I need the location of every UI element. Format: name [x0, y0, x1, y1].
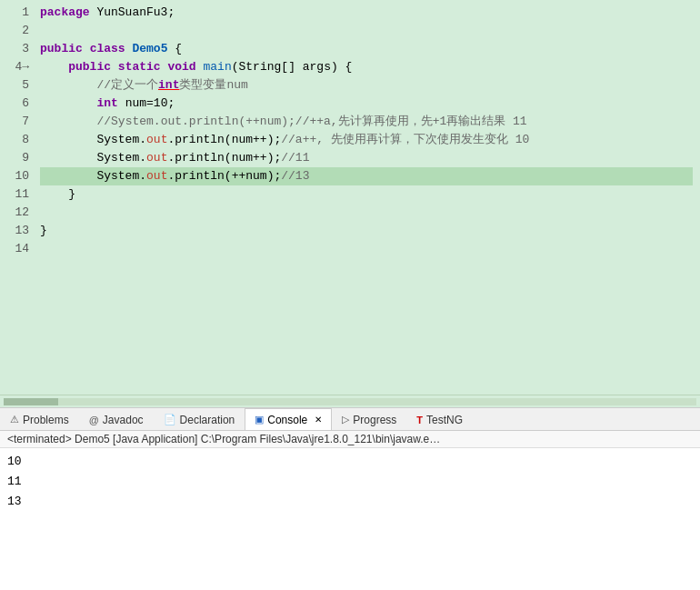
- scrollbar-track[interactable]: [4, 398, 696, 405]
- console-area: <terminated> Demo5 [Java Application] C:…: [0, 431, 700, 590]
- tab-console-label: Console: [267, 414, 307, 426]
- code-line-13: }: [40, 222, 693, 240]
- tab-console[interactable]: ▣ Console ✕: [245, 408, 332, 430]
- line-num-12: 12: [7, 204, 29, 222]
- tab-testng-label: TestNG: [426, 414, 463, 426]
- line-num-2: 2: [7, 22, 29, 40]
- code-line-2: [40, 22, 693, 40]
- tab-declaration-label: Declaration: [180, 414, 235, 426]
- scrollbar-thumb[interactable]: [4, 398, 58, 405]
- console-header: <terminated> Demo5 [Java Application] C:…: [0, 431, 700, 448]
- line-num-8: 8: [7, 131, 29, 149]
- console-close-icon[interactable]: ✕: [315, 415, 322, 425]
- code-line-6: int num=10;: [40, 95, 693, 113]
- code-line-4: public static void main(String[] args) {: [40, 58, 693, 76]
- tab-progress[interactable]: ▷ Progress: [332, 408, 406, 430]
- tab-problems[interactable]: ⚠ Problems: [0, 408, 79, 430]
- console-line-1: 10: [7, 452, 693, 472]
- tab-javadoc[interactable]: @ Javadoc: [79, 408, 154, 430]
- console-line-3: 13: [7, 492, 693, 512]
- line-num-11: 11: [7, 185, 29, 204]
- code-content[interactable]: package YunSuanFu3; public class Demo5 {…: [33, 4, 700, 391]
- line-num-10: 10: [7, 167, 29, 185]
- testng-icon: T: [416, 415, 423, 425]
- console-output: 10 11 13: [0, 448, 700, 590]
- line-num-4: 4→: [7, 58, 29, 76]
- code-line-7: //System.out.println(++num);//++a,先计算再使用…: [40, 113, 693, 131]
- code-line-5: //定义一个int类型变量num: [40, 76, 693, 95]
- tab-javadoc-label: Javadoc: [103, 414, 144, 426]
- console-icon: ▣: [255, 414, 264, 425]
- line-num-6: 6: [7, 95, 29, 113]
- code-line-11: }: [40, 185, 693, 204]
- javadoc-icon: @: [89, 415, 99, 425]
- line-num-13: 13: [7, 222, 29, 240]
- line-num-5: 5: [7, 76, 29, 95]
- code-line-1: package YunSuanFu3;: [40, 4, 693, 22]
- line-num-14: 14: [7, 240, 29, 258]
- code-container: 1 2 3 4→ 5 6 7 8 9 10 11 12 13 14 packag…: [0, 0, 700, 395]
- problems-icon: ⚠: [10, 414, 19, 425]
- declaration-icon: 📄: [164, 414, 176, 425]
- code-line-10: System.out.println(++num);//13: [40, 167, 693, 185]
- line-numbers: 1 2 3 4→ 5 6 7 8 9 10 11 12 13 14: [0, 4, 33, 391]
- code-line-9: System.out.println(num++);//11: [40, 149, 693, 167]
- code-line-8: System.out.println(num++);//a++, 先使用再计算，…: [40, 131, 693, 149]
- console-line-2: 11: [7, 472, 693, 492]
- code-line-14: [40, 240, 693, 258]
- code-line-12: [40, 204, 693, 222]
- line-num-3: 3: [7, 40, 29, 58]
- editor-area: 1 2 3 4→ 5 6 7 8 9 10 11 12 13 14 packag…: [0, 0, 700, 407]
- horizontal-scrollbar[interactable]: [0, 395, 700, 407]
- line-num-1: 1: [7, 4, 29, 22]
- tabs-bar: ⚠ Problems @ Javadoc 📄 Declaration ▣ Con…: [0, 407, 700, 431]
- code-line-3: public class Demo5 {: [40, 40, 693, 58]
- tab-testng[interactable]: T TestNG: [406, 408, 473, 430]
- tab-progress-label: Progress: [353, 414, 396, 426]
- progress-icon: ▷: [342, 414, 349, 425]
- line-num-7: 7: [7, 113, 29, 131]
- line-num-9: 9: [7, 149, 29, 167]
- tab-declaration[interactable]: 📄 Declaration: [154, 408, 245, 430]
- tab-problems-label: Problems: [23, 414, 69, 426]
